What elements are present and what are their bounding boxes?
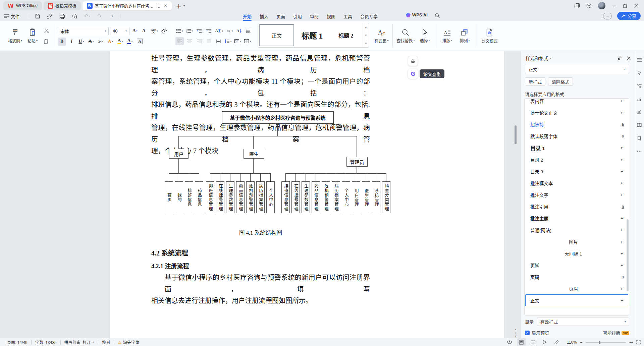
missing-font-warning[interactable]: ⚠ 缺失字体 xyxy=(114,339,143,345)
side-chart-button[interactable] xyxy=(636,95,643,103)
document-scrollbar[interactable]: ▲ ● ▼ xyxy=(514,51,517,338)
justify-button[interactable] xyxy=(205,37,213,45)
bold-button[interactable]: B xyxy=(58,38,66,46)
smart-typeset-button[interactable]: 智能排版 VIP xyxy=(603,330,629,336)
style-item[interactable]: 无间隔 1↵ xyxy=(525,247,628,259)
bullet-list-button[interactable]: ▾ xyxy=(175,27,184,35)
style-item[interactable]: 页脚↵ xyxy=(525,259,628,271)
fullscreen-play-icon[interactable] xyxy=(541,338,549,346)
zoom-out-button[interactable]: − xyxy=(580,340,583,345)
style-item[interactable]: 页眉↵ xyxy=(525,283,628,294)
highlight-color-button[interactable]: A▾ xyxy=(116,38,124,46)
cut-button[interactable] xyxy=(42,27,51,35)
quick-toolbar-more[interactable]: ▾ xyxy=(108,12,116,20)
zoom-level[interactable]: 110% xyxy=(567,340,577,345)
word-count[interactable]: 字数: 13435 xyxy=(32,339,60,345)
redo-button[interactable]: ↷ xyxy=(95,12,104,20)
style-item[interactable]: 目录 2↵ xyxy=(525,154,628,165)
ribbon-tab-view[interactable]: 视图 xyxy=(323,11,339,21)
page-indicator[interactable]: 页面: 14/49 xyxy=(3,339,31,345)
side-book-button[interactable] xyxy=(636,121,643,129)
select-button[interactable]: 选择▾ xyxy=(417,24,432,48)
style-item[interactable]: 页码a xyxy=(525,271,628,283)
italic-button[interactable]: I xyxy=(67,38,76,46)
show-preview-checkbox[interactable]: ✓ xyxy=(525,331,530,335)
style-item[interactable]: 批注引用a xyxy=(525,200,628,212)
gallery-down-button[interactable]: ▼ xyxy=(363,31,369,39)
tab-current-document[interactable]: W 基于微信小程序的乡村医疗咨… ✕ xyxy=(83,1,172,10)
text-direction-button[interactable]: ▾ xyxy=(225,27,233,35)
style-body-text[interactable]: 正文 xyxy=(259,24,294,46)
cast-screen-icon[interactable] xyxy=(157,4,161,8)
character-shading-button[interactable]: A xyxy=(136,38,144,46)
official-mode-button[interactable]: 公文模式 xyxy=(479,24,499,48)
display-filter-select[interactable]: 有效样式▾ xyxy=(537,317,629,326)
ribbon-tab-references[interactable]: 引用 xyxy=(289,11,306,21)
tab-overview-icon[interactable] xyxy=(575,3,580,8)
minimize-button[interactable] xyxy=(612,4,616,8)
format-painter-button[interactable]: 格式刷▾ xyxy=(7,24,23,48)
style-item[interactable]: 批注框文本↵ xyxy=(525,177,628,189)
style-item[interactable]: 批注主题↵ xyxy=(525,212,628,224)
align-right-button[interactable] xyxy=(195,37,203,45)
style-item[interactable]: 表内容↵ xyxy=(525,98,628,107)
user-avatar[interactable] xyxy=(598,2,605,9)
borders-button[interactable]: ▾ xyxy=(244,37,252,45)
fit-page-button[interactable] xyxy=(636,340,641,344)
increase-font-button[interactable]: A+ xyxy=(131,27,139,35)
collapse-float-toolbar-button[interactable] xyxy=(408,56,418,66)
clear-format-button[interactable] xyxy=(160,27,168,35)
decrease-font-button[interactable]: A− xyxy=(141,27,149,35)
cloud-sync-more-button[interactable]: ⋯ xyxy=(603,13,612,19)
print-button[interactable] xyxy=(58,12,66,20)
superscript-button[interactable]: x²▾ xyxy=(97,38,105,46)
restore-button[interactable] xyxy=(623,4,628,8)
close-window-button[interactable] xyxy=(634,4,639,8)
read-layout-view-icon[interactable] xyxy=(529,338,537,346)
spell-check-toggle[interactable]: 拼写检查: 打开▾ xyxy=(61,339,98,345)
line-spacing-button[interactable]: ▾ xyxy=(224,37,232,45)
proofread-button[interactable]: 校对 xyxy=(98,339,114,345)
increase-indent-button[interactable] xyxy=(205,27,213,35)
share-button[interactable]: 分享 xyxy=(617,12,641,20)
style-heading-2[interactable]: 标题 2 xyxy=(329,23,363,47)
file-menu-button[interactable]: 文件 xyxy=(4,12,19,20)
workspace-icon[interactable] xyxy=(586,3,591,8)
print-preview-button[interactable] xyxy=(70,12,79,20)
wps-ai-button[interactable]: WPS AI xyxy=(406,12,428,17)
panel-title-dropdown[interactable]: ▾ xyxy=(550,57,551,60)
font-name-select[interactable]: 宋体▾ xyxy=(58,27,109,35)
ribbon-tab-tools[interactable]: 工具 xyxy=(339,11,356,21)
new-style-button[interactable]: 新样式 xyxy=(525,77,545,85)
gallery-more-button[interactable]: ≡ xyxy=(363,39,369,47)
ribbon-tab-page[interactable]: 页面 xyxy=(272,11,289,21)
distribute-button[interactable] xyxy=(214,37,223,45)
page-layout-view-icon[interactable] xyxy=(517,338,526,346)
ribbon-tab-home[interactable]: 开始 xyxy=(239,11,256,21)
close-panel-icon[interactable] xyxy=(627,56,631,60)
font-size-select[interactable]: 40▾ xyxy=(110,27,129,35)
arrange-button[interactable]: 排列▾ xyxy=(457,24,472,48)
sort-button[interactable]: A xyxy=(235,27,243,35)
pin-icon[interactable] xyxy=(617,56,622,60)
clear-format-panel-button[interactable]: 清除格式 xyxy=(548,77,573,85)
style-item[interactable]: 普通(网站)↵ xyxy=(525,224,628,236)
side-settings-button[interactable] xyxy=(636,82,643,90)
save-button[interactable] xyxy=(33,12,42,20)
style-item[interactable]: 图片↵ xyxy=(525,236,628,247)
style-list-scrollbar[interactable] xyxy=(627,219,629,291)
zoom-slider[interactable] xyxy=(586,342,626,343)
browse-object-button[interactable]: ● xyxy=(515,332,516,334)
zoom-slider-thumb[interactable] xyxy=(599,341,600,344)
export-pdf-button[interactable] xyxy=(46,12,54,20)
style-item[interactable]: 超链接a xyxy=(525,118,628,130)
style-item[interactable]: 目录 1↵ xyxy=(525,142,628,154)
eye-protection-icon[interactable] xyxy=(505,338,514,346)
text-effects-button[interactable]: A▾ xyxy=(106,38,115,46)
style-set-button[interactable]: A 样式集▾ xyxy=(374,24,389,48)
ribbon-tab-insert[interactable]: 插入 xyxy=(256,11,272,21)
decrease-indent-button[interactable] xyxy=(195,27,203,35)
tab-wps-home[interactable]: W WPS Office xyxy=(3,1,42,10)
style-item[interactable]: 目录 3↵ xyxy=(525,165,628,177)
search-icon[interactable] xyxy=(435,13,440,18)
